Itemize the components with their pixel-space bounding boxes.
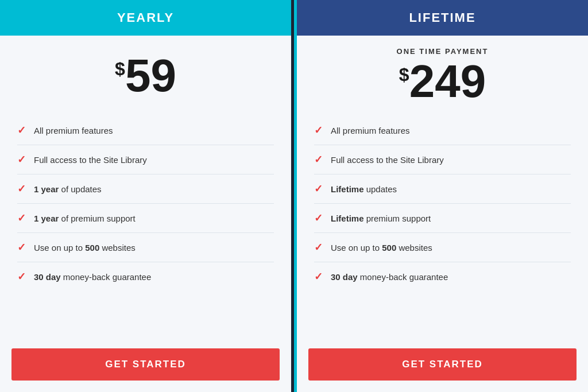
- yearly-feature-5: ✓ Use on up to 500 websites: [17, 233, 274, 262]
- check-icon: ✓: [17, 183, 26, 195]
- lifetime-price-display: $ 249: [399, 59, 486, 104]
- yearly-feature-text-4: 1 year of premium support: [34, 214, 136, 223]
- check-icon: ✓: [17, 153, 26, 166]
- check-icon: ✓: [314, 153, 323, 166]
- lifetime-plan-card: LIFETIME ONE TIME PAYMENT $ 249 ✓ All pr…: [294, 0, 588, 392]
- yearly-feature-text-5: Use on up to 500 websites: [34, 243, 136, 253]
- check-icon: ✓: [314, 124, 323, 137]
- check-icon: ✓: [17, 124, 26, 137]
- yearly-cta-button[interactable]: GET STARTED: [11, 348, 280, 381]
- check-icon: ✓: [17, 212, 26, 224]
- lifetime-plan-header: LIFETIME: [297, 0, 588, 36]
- pricing-container: YEARLY $ 59 ✓ All premium features ✓ Ful…: [0, 0, 588, 392]
- lifetime-plan-title: LIFETIME: [409, 10, 475, 25]
- lifetime-feature-text-2: Full access to the Site Library: [331, 155, 444, 165]
- check-icon: ✓: [314, 212, 323, 224]
- lifetime-feature-text-1: All premium features: [331, 126, 410, 135]
- yearly-plan-header: YEARLY: [0, 0, 291, 36]
- lifetime-feature-4: ✓ Lifetime premium support: [314, 204, 571, 233]
- yearly-price-display: $ 59: [115, 53, 176, 99]
- lifetime-features-list: ✓ All premium features ✓ Full access to …: [297, 110, 588, 340]
- check-icon: ✓: [314, 183, 323, 195]
- lifetime-feature-text-6: 30 day money-back guarantee: [331, 272, 448, 282]
- yearly-features-list: ✓ All premium features ✓ Full access to …: [0, 110, 291, 340]
- yearly-price-symbol: $: [115, 59, 125, 80]
- lifetime-price-amount: 249: [409, 59, 486, 104]
- yearly-feature-3: ✓ 1 year of updates: [17, 174, 274, 204]
- yearly-feature-4: ✓ 1 year of premium support: [17, 204, 274, 233]
- lifetime-feature-text-3: Lifetime updates: [331, 184, 397, 194]
- yearly-feature-1: ✓ All premium features: [17, 116, 274, 145]
- yearly-feature-text-3: 1 year of updates: [34, 184, 102, 194]
- check-icon: ✓: [314, 241, 323, 254]
- yearly-feature-2: ✓ Full access to the Site Library: [17, 145, 274, 174]
- yearly-feature-6: ✓ 30 day money-back guarantee: [17, 262, 274, 291]
- check-icon: ✓: [314, 270, 323, 283]
- lifetime-price-symbol: $: [399, 64, 409, 86]
- lifetime-feature-1: ✓ All premium features: [314, 116, 571, 145]
- lifetime-feature-6: ✓ 30 day money-back guarantee: [314, 262, 571, 291]
- yearly-plan-title: YEARLY: [117, 10, 174, 25]
- lifetime-price-section: ONE TIME PAYMENT $ 249: [297, 36, 588, 110]
- check-icon: ✓: [17, 241, 26, 254]
- yearly-feature-text-1: All premium features: [34, 126, 113, 135]
- lifetime-cta-button[interactable]: GET STARTED: [308, 348, 577, 381]
- yearly-feature-text-2: Full access to the Site Library: [34, 155, 147, 165]
- lifetime-feature-3: ✓ Lifetime updates: [314, 174, 571, 204]
- yearly-price-amount: 59: [125, 53, 176, 99]
- lifetime-feature-text-4: Lifetime premium support: [331, 214, 431, 223]
- yearly-plan-card: YEARLY $ 59 ✓ All premium features ✓ Ful…: [0, 0, 294, 392]
- check-icon: ✓: [17, 270, 26, 283]
- lifetime-feature-5: ✓ Use on up to 500 websites: [314, 233, 571, 262]
- one-time-payment-label: ONE TIME PAYMENT: [397, 47, 489, 56]
- lifetime-feature-2: ✓ Full access to the Site Library: [314, 145, 571, 174]
- yearly-price-section: $ 59: [0, 36, 291, 110]
- lifetime-feature-text-5: Use on up to 500 websites: [331, 243, 432, 253]
- yearly-feature-text-6: 30 day money-back guarantee: [34, 272, 151, 282]
